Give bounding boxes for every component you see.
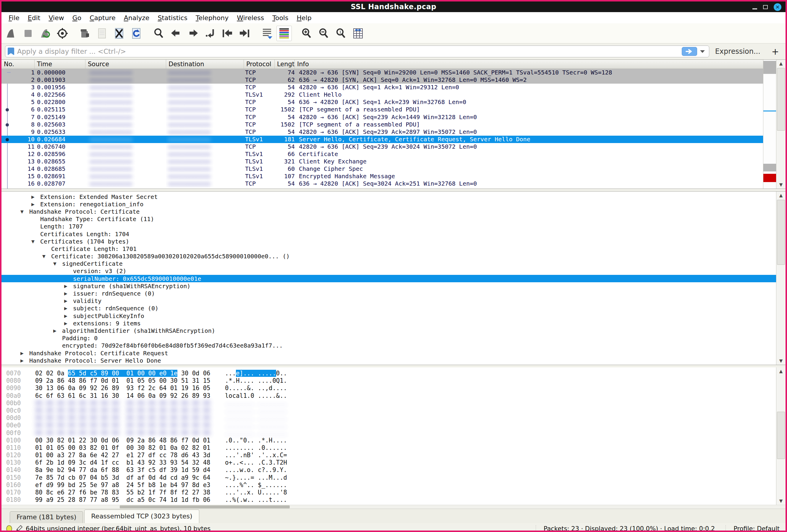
expand-icon[interactable]: ▶	[31, 194, 40, 199]
open-file-icon[interactable]	[77, 26, 92, 41]
expand-icon[interactable]: ▶	[53, 328, 62, 333]
column-header-length[interactable]: Length	[275, 60, 295, 68]
scroll-down-icon[interactable]: ▼	[777, 181, 786, 189]
hex-row[interactable]: 008009 2a 86 48 86 f7 0d 01 01 05 05 00 …	[1, 377, 776, 384]
profile-status[interactable]: Profile: Default	[725, 525, 783, 532]
packet-row[interactable]: 110.026740xxxxxxxxxxxxxxxxxxxxxxxxTCP544…	[1, 143, 763, 150]
hex-row[interactable]: 010000 30 82 01 22 30 0d 06 09 2a 86 48 …	[1, 437, 776, 444]
last-packet-icon[interactable]	[237, 26, 252, 41]
detail-row[interactable]: version: v3 (2)	[1, 268, 776, 275]
zoom-original-icon[interactable]: 1	[333, 26, 348, 41]
bytes-scrollbar[interactable]: ▲ ▼	[776, 367, 786, 505]
save-file-icon[interactable]	[94, 26, 110, 41]
hex-row[interactable]: 018099 a9 25 28 87 77 a8 95 dc a5 0c 74 …	[1, 496, 776, 504]
detail-row[interactable]: encrypted: 70d92ef84bf60f0b6e84d80fb5f36…	[1, 342, 776, 349]
details-scrollbar[interactable]: ▲ ▼	[776, 192, 786, 365]
packet-list-scrollbar[interactable]: ▲ ▼	[776, 60, 786, 189]
hex-row[interactable]: 011001 01 05 00 03 82 01 0f 00 30 82 01 …	[1, 444, 776, 452]
hex-row[interactable]: 00f000 00 00 00 00 00 00 00 00 00 00 00 …	[1, 429, 776, 437]
detail-row[interactable]: ▶Handshake Protocol: Server Hello Done	[1, 357, 776, 364]
scroll-up-icon[interactable]: ▲	[777, 60, 786, 67]
first-packet-icon[interactable]	[220, 26, 235, 41]
column-header-info[interactable]: Info	[295, 60, 763, 68]
menu-item-wireless[interactable]: Wireless	[233, 14, 268, 22]
packet-row[interactable]: 80.025603xxxxxxxxxxxxxxxxxxxxxxxxTCP1502…	[1, 121, 763, 128]
detail-row[interactable]: ▶signature (sha1WithRSAEncryption)	[1, 282, 776, 290]
column-header-destination[interactable]: Destination	[166, 60, 244, 68]
detail-row[interactable]: ▶Extension: renegotiation_info	[1, 200, 776, 208]
hex-row[interactable]: 01408a 9e b2 94 77 da 6f 88 63 3f c5 df …	[1, 466, 776, 474]
reload-file-icon[interactable]	[129, 26, 144, 41]
packet-row[interactable]: 70.025149xxxxxxxxxxxxxxxxxxxxxxxxTCP5442…	[1, 113, 763, 121]
expand-icon[interactable]: ▶	[64, 321, 73, 326]
expand-icon[interactable]: ▶	[64, 284, 73, 289]
packet-row[interactable]: 120.028596xxxxxxxxxxxxxxxxxxxxxxxxTLSv16…	[1, 150, 763, 158]
go-forward-icon[interactable]	[185, 26, 201, 41]
hex-row[interactable]: 0160ef d9 99 bd 25 5e 97 a8 24 5f b8 1e …	[1, 482, 776, 489]
packet-row[interactable]: 150.028691xxxxxxxxxxxxxxxxxxxxxxxxTLSv11…	[1, 173, 763, 180]
menu-item-tools[interactable]: Tools	[269, 14, 292, 22]
collapse-icon[interactable]: ▼	[20, 209, 29, 214]
packet-row[interactable]: 90.025633xxxxxxxxxxxxxxxxxxxxxxxxTCP5442…	[1, 128, 763, 136]
packet-row[interactable]: 140.028685xxxxxxxxxxxxxxxxxxxxxxxxTLSv16…	[1, 165, 763, 173]
packet-row[interactable]: 10.000000xxxxxxxxxxxxxxxxxxxxxxxxTCP7442…	[1, 69, 763, 76]
capture-comment-icon[interactable]	[15, 525, 23, 532]
restore-icon[interactable]	[763, 5, 768, 9]
expert-info-icon[interactable]	[6, 525, 12, 532]
expand-icon[interactable]: ▶	[20, 351, 29, 356]
detail-row[interactable]: serialNumber: 0x655dc58900010000e01e	[1, 275, 776, 282]
menu-item-capture[interactable]: Capture	[86, 14, 119, 22]
hex-row[interactable]: 012001 00 a3 27 8a 6e 42 27 e1 27 df cc …	[1, 452, 776, 459]
collapse-icon[interactable]: ▼	[42, 254, 51, 259]
menu-item-help[interactable]: Help	[293, 14, 315, 22]
menu-item-view[interactable]: View	[45, 14, 67, 22]
menu-item-file[interactable]: File	[5, 14, 23, 22]
detail-row[interactable]: ▶algorithmIdentifier (sha1WithRSAEncrypt…	[1, 327, 776, 334]
packet-row[interactable]: 30.001956xxxxxxxxxxxxxxxxxxxxxxxxTCP5442…	[1, 84, 763, 91]
hex-row[interactable]: 007002 02 0a 65 5d c5 89 00 01 00 00 e0 …	[1, 370, 776, 377]
go-back-icon[interactable]	[168, 26, 184, 41]
pane-splitter-2[interactable]	[1, 365, 786, 367]
expand-icon[interactable]: ▶	[64, 306, 73, 311]
collapse-icon[interactable]: ▼	[53, 261, 62, 266]
hex-row[interactable]: 017080 8c e6 27 f6 be 78 83 55 b2 1f 7f …	[1, 489, 776, 496]
detail-row[interactable]: ▼Handshake Protocol: Certificate	[1, 208, 776, 215]
packet-row[interactable]: 130.028655xxxxxxxxxxxxxxxxxxxxxxxxTLSv13…	[1, 158, 763, 165]
detail-row[interactable]: ▶extensions: 9 items	[1, 319, 776, 327]
hex-row[interactable]: 009030 13 06 0a 09 92 26 89 93 f2 2c 64 …	[1, 384, 776, 392]
filter-dropdown-icon[interactable]	[700, 50, 705, 53]
column-header-no[interactable]: No.	[1, 60, 35, 68]
menu-item-analyze[interactable]: Analyze	[120, 14, 153, 22]
detail-row[interactable]: ▶subjectPublicKeyInfo	[1, 312, 776, 319]
minimize-icon[interactable]	[752, 8, 757, 9]
go-to-packet-icon[interactable]	[203, 26, 218, 41]
details-scroll-thumb[interactable]	[777, 200, 785, 265]
restart-capture-icon[interactable]	[38, 26, 53, 41]
expand-icon[interactable]: ▶	[20, 358, 29, 363]
hex-row[interactable]: 00b000 00 00 00 00 00 00 00 00 00 00 00 …	[1, 400, 776, 407]
bytes-scroll-thumb[interactable]	[777, 412, 785, 459]
expand-icon[interactable]: ▶	[64, 299, 73, 303]
close-file-icon[interactable]	[111, 26, 127, 41]
hex-row[interactable]: 00c000 00 00 00 00 00 00 00 00 00 00 00 …	[1, 407, 776, 414]
column-header-time[interactable]: Time	[35, 60, 85, 68]
collapse-icon[interactable]: ▼	[31, 239, 40, 244]
detail-row[interactable]: Length: 1707	[1, 223, 776, 230]
byte-view-tab[interactable]: Frame (181 bytes)	[10, 511, 83, 523]
menu-item-statistics[interactable]: Statistics	[154, 14, 191, 22]
menu-item-edit[interactable]: Edit	[24, 14, 44, 22]
packet-row[interactable]: 40.022566xxxxxxxxxxxxxxxxxxxxxxxxTLSv129…	[1, 91, 763, 99]
expand-icon[interactable]: ▶	[64, 314, 73, 318]
zoom-in-icon[interactable]	[299, 26, 314, 41]
stop-capture-icon[interactable]	[20, 26, 36, 41]
detail-row[interactable]: ▼Certificates (1704 bytes)	[1, 238, 776, 245]
hex-row[interactable]: 00a06c 6f 63 61 6c 31 16 30 14 06 0a 09 …	[1, 392, 776, 400]
colorize-icon[interactable]	[276, 26, 292, 41]
bookmark-icon[interactable]	[8, 48, 14, 55]
detail-row[interactable]: ▶Handshake Protocol: Certificate Request	[1, 349, 776, 357]
capture-options-icon[interactable]	[55, 26, 70, 41]
menu-item-go[interactable]: Go	[69, 14, 85, 22]
start-capture-icon[interactable]	[3, 26, 19, 41]
find-packet-icon[interactable]	[151, 26, 167, 41]
apply-filter-icon[interactable]	[682, 47, 697, 56]
